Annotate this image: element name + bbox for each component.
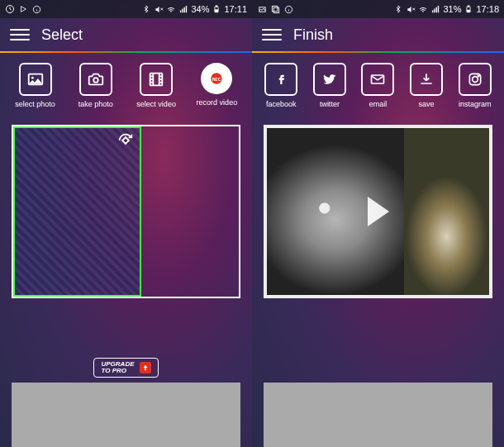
signal-icon (430, 4, 440, 14)
bluetooth-icon (393, 4, 403, 14)
menu-icon[interactable] (10, 25, 30, 45)
status-left-icons (5, 4, 41, 14)
video-preview[interactable] (264, 125, 492, 298)
ad-placeholder (264, 383, 492, 447)
wifi-icon (418, 4, 428, 14)
status-right-icons: 34% 17:11 (141, 4, 247, 14)
bluetooth-icon (141, 4, 151, 14)
action-label: save (419, 100, 435, 108)
action-label: record video (197, 98, 238, 107)
email-button[interactable]: email (354, 63, 402, 108)
instagram-icon (459, 63, 492, 96)
gallery-icon (270, 4, 280, 14)
film-icon (140, 63, 173, 96)
mute-icon (406, 4, 416, 14)
take-photo-button[interactable]: take photo (71, 63, 121, 108)
page-title: Finish (293, 26, 333, 44)
battery-icon (464, 4, 473, 14)
ad-placeholder (12, 383, 240, 447)
spacer (252, 358, 504, 383)
svg-point-10 (93, 78, 98, 83)
action-label: select video (136, 100, 176, 108)
clock-text: 17:18 (476, 4, 499, 14)
status-bar: 34% 17:11 (0, 0, 252, 18)
record-icon: REC (201, 63, 232, 94)
facebook-icon (264, 63, 297, 96)
email-icon (361, 63, 394, 96)
wifi-icon (166, 4, 176, 14)
screen-finish: 31% 17:18 Finish facebook twitter (252, 0, 504, 447)
action-row: facebook twitter email save instagram (252, 53, 504, 115)
action-label: twitter (320, 100, 340, 108)
save-button[interactable]: save (402, 63, 451, 108)
mute-icon (154, 4, 164, 14)
battery-text: 31% (443, 4, 461, 14)
clock-icon (5, 4, 15, 14)
info-icon (283, 4, 293, 14)
select-video-button[interactable]: select video (131, 63, 181, 108)
action-label: email (369, 100, 388, 108)
upgrade-line2: TO PRO (101, 368, 134, 374)
facebook-button[interactable]: facebook (257, 63, 306, 108)
twitter-button[interactable]: twitter (306, 63, 354, 108)
action-row: select photo take photo select video REC… (0, 53, 252, 115)
app-header: Select (0, 18, 252, 51)
status-left-icons (257, 4, 293, 14)
svg-rect-6 (216, 6, 218, 7)
info-icon (31, 4, 41, 14)
svg-rect-24 (272, 6, 277, 11)
preview-right-image (404, 128, 489, 295)
collage-canvas (0, 115, 252, 351)
battery-text: 34% (191, 4, 209, 14)
collage-frame (12, 125, 240, 298)
svg-rect-30 (468, 6, 470, 7)
svg-rect-22 (122, 137, 129, 144)
svg-point-9 (31, 77, 34, 79)
collage-slot-2[interactable] (141, 126, 239, 297)
clock-text: 17:11 (224, 4, 247, 14)
svg-marker-1 (21, 7, 26, 12)
svg-point-35 (478, 75, 479, 77)
instagram-button[interactable]: instagram (450, 63, 499, 108)
arrow-up-icon (140, 362, 151, 373)
record-video-button[interactable]: REC record video (192, 63, 241, 108)
download-icon (410, 63, 443, 96)
action-label: facebook (266, 100, 297, 108)
signal-icon (178, 4, 188, 14)
svg-rect-25 (273, 7, 278, 12)
battery-icon (212, 4, 221, 14)
upgrade-area: UPGRADE TO PRO (0, 351, 252, 383)
collage-slot-1[interactable] (13, 126, 141, 297)
app-header: Finish (252, 18, 504, 51)
image-icon (19, 63, 52, 96)
preview-canvas (252, 115, 504, 358)
twitter-icon (313, 63, 346, 96)
svg-text:REC: REC (212, 77, 221, 82)
status-bar: 31% 17:18 (252, 0, 504, 18)
play-icon (18, 4, 28, 14)
action-label: take photo (78, 100, 113, 108)
camera-icon (79, 63, 112, 96)
rotate-icon[interactable] (116, 131, 135, 150)
svg-rect-7 (216, 10, 218, 12)
action-label: instagram (459, 100, 492, 108)
upgrade-button[interactable]: UPGRADE TO PRO (93, 358, 158, 378)
page-title: Select (41, 26, 83, 44)
screen-select: 34% 17:11 Select select photo take photo (0, 0, 252, 447)
svg-point-34 (472, 77, 478, 83)
svg-rect-31 (468, 10, 470, 12)
status-right-icons: 31% 17:18 (393, 4, 499, 14)
image-icon (257, 4, 267, 14)
menu-icon[interactable] (262, 25, 282, 45)
play-icon[interactable] (368, 197, 389, 226)
select-photo-button[interactable]: select photo (11, 63, 60, 108)
action-label: select photo (15, 100, 55, 108)
